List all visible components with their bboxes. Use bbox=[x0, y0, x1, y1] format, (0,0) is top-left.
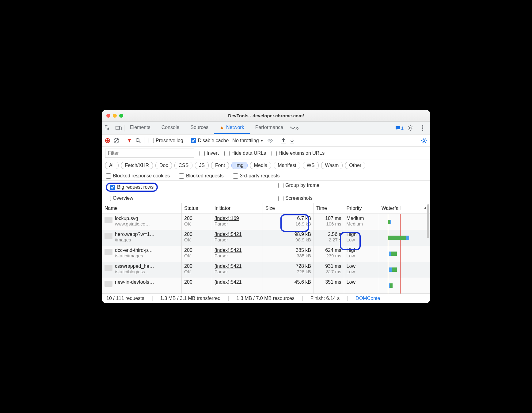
invert-checkbox[interactable]: Invert bbox=[200, 150, 219, 156]
hide-data-urls-checkbox[interactable]: Hide data URLs bbox=[224, 150, 266, 156]
messages-button[interactable]: 1 bbox=[395, 125, 404, 131]
throttling-select[interactable]: No throttling ▼ bbox=[232, 138, 264, 143]
type-chip-css[interactable]: CSS bbox=[174, 162, 192, 169]
screenshots-checkbox[interactable]: Screenshots bbox=[278, 195, 426, 201]
col-priority[interactable]: Priority bbox=[344, 203, 379, 214]
type-filters: AllFetch/XHRDocCSSJSFontImgMediaManifest… bbox=[102, 160, 430, 171]
file-name: csswrapped_he… bbox=[115, 263, 154, 269]
waterfall-cell bbox=[382, 232, 427, 244]
col-size[interactable]: Size bbox=[263, 203, 314, 214]
blocked-requests-checkbox[interactable]: Blocked requests bbox=[179, 173, 224, 179]
type-chip-other[interactable]: Other bbox=[345, 162, 365, 169]
type-chip-fetchxhr[interactable]: Fetch/XHR bbox=[121, 162, 153, 169]
big-request-rows-checkbox[interactable]: Big request rows bbox=[110, 184, 154, 190]
tab-performance[interactable]: Performance bbox=[250, 122, 289, 134]
table-row[interactable]: hero.webp?w=1… /images 200OK (index):542… bbox=[102, 230, 430, 246]
initiator-link[interactable]: (index):5421 bbox=[215, 263, 260, 269]
file-name: lockup.svg bbox=[115, 216, 150, 221]
warning-icon: ▲ bbox=[219, 125, 224, 130]
download-har-icon[interactable] bbox=[290, 138, 294, 143]
table-row[interactable]: new-in-devtools… 200 (index):5421 45.6 k… bbox=[102, 278, 430, 294]
table-row[interactable]: csswrapped_he… /static/blog/css… 200OK (… bbox=[102, 262, 430, 278]
titlebar: DevTools - developer.chrome.com/ bbox=[102, 110, 430, 122]
file-name: dcc-end-third-p… bbox=[115, 248, 153, 253]
file-path: /static/blog/css… bbox=[115, 269, 154, 274]
tab-elements[interactable]: Elements bbox=[124, 122, 156, 134]
file-name: hero.webp?w=1… bbox=[115, 232, 154, 237]
network-settings-icon[interactable] bbox=[421, 138, 427, 144]
options-row-2: Overview Screenshots bbox=[102, 194, 430, 203]
waterfall-cell bbox=[382, 248, 427, 260]
requests-table: Name Status Initiator Size Time Priority… bbox=[102, 203, 430, 294]
table-row[interactable]: dcc-end-third-p… /static/images 200OK (i… bbox=[102, 246, 430, 262]
col-waterfall[interactable]: Waterfall▲ bbox=[379, 203, 430, 214]
hide-extension-urls-checkbox[interactable]: Hide extension URLs bbox=[272, 150, 325, 156]
file-icon bbox=[104, 217, 112, 223]
settings-icon[interactable] bbox=[405, 123, 416, 134]
status-transferred: 1.3 MB / 3.1 MB transferred bbox=[160, 296, 221, 301]
big-request-rows-highlight: Big request rows bbox=[106, 183, 158, 192]
initiator-link[interactable]: (index):5421 bbox=[215, 279, 260, 285]
file-path: /images bbox=[115, 237, 154, 242]
initiator-link[interactable]: (index):5421 bbox=[215, 248, 260, 253]
clear-button[interactable] bbox=[114, 138, 119, 143]
tab-console[interactable]: Console bbox=[156, 122, 185, 134]
disable-cache-checkbox[interactable]: Disable cache bbox=[191, 138, 229, 143]
file-name: new-in-devtools… bbox=[115, 279, 154, 285]
status-domcontent: DOMConte bbox=[355, 296, 380, 301]
type-chip-media[interactable]: Media bbox=[250, 162, 272, 169]
tab-network[interactable]: ▲Network bbox=[214, 122, 250, 134]
panel-tabs: Elements Console Sources ▲Network Perfor… bbox=[102, 122, 430, 135]
status-bar: 10 / 111 requests | 1.3 MB / 3.1 MB tran… bbox=[102, 294, 430, 303]
col-initiator[interactable]: Initiator bbox=[212, 203, 263, 214]
more-tabs-icon[interactable]: » bbox=[289, 123, 300, 134]
search-icon[interactable] bbox=[135, 138, 141, 143]
col-name[interactable]: Name bbox=[102, 203, 182, 214]
device-icon[interactable] bbox=[113, 123, 124, 134]
preserve-log-checkbox[interactable]: Preserve log bbox=[149, 138, 183, 143]
status-requests: 10 / 111 requests bbox=[106, 296, 144, 301]
svg-point-10 bbox=[423, 140, 425, 142]
svg-rect-2 bbox=[120, 127, 121, 130]
initiator-link[interactable]: (index):5421 bbox=[215, 232, 260, 237]
devtools-window: DevTools - developer.chrome.com/ Element… bbox=[102, 110, 430, 303]
waterfall-cell bbox=[382, 263, 427, 276]
svg-point-4 bbox=[409, 127, 411, 129]
filter-row: Invert Hide data URLs Hide extension URL… bbox=[102, 147, 430, 160]
network-toolbar: Preserve log Disable cache No throttling… bbox=[102, 135, 430, 147]
network-conditions-icon[interactable] bbox=[267, 138, 273, 143]
type-chip-wasm[interactable]: Wasm bbox=[321, 162, 343, 169]
type-chip-manifest[interactable]: Manifest bbox=[274, 162, 300, 169]
col-time[interactable]: Time bbox=[314, 203, 344, 214]
status-finish: Finish: 6.14 s bbox=[310, 296, 340, 301]
type-chip-font[interactable]: Font bbox=[211, 162, 229, 169]
record-button[interactable] bbox=[105, 138, 110, 143]
initiator-link[interactable]: (index):169 bbox=[215, 216, 260, 221]
svg-point-5 bbox=[422, 125, 423, 127]
chevron-down-icon: ▼ bbox=[260, 138, 264, 143]
kebab-menu-icon[interactable] bbox=[417, 123, 428, 134]
tab-sources[interactable]: Sources bbox=[185, 122, 214, 134]
filter-input[interactable] bbox=[105, 149, 194, 158]
file-path: www.gstatic.co… bbox=[115, 221, 150, 226]
type-chip-js[interactable]: JS bbox=[195, 162, 209, 169]
blocked-cookies-checkbox[interactable]: Blocked response cookies bbox=[106, 173, 170, 179]
type-chip-all[interactable]: All bbox=[105, 162, 119, 169]
type-chip-ws[interactable]: WS bbox=[303, 162, 319, 169]
table-row[interactable]: lockup.svg www.gstatic.co… 200OK (index)… bbox=[102, 214, 430, 230]
overview-checkbox[interactable]: Overview bbox=[106, 195, 266, 201]
type-chip-img[interactable]: Img bbox=[231, 162, 248, 169]
group-by-frame-checkbox[interactable]: Group by frame bbox=[278, 183, 426, 188]
status-resources: 1.3 MB / 7.0 MB resources bbox=[236, 296, 294, 301]
col-status[interactable]: Status bbox=[182, 203, 212, 214]
type-chip-doc[interactable]: Doc bbox=[155, 162, 172, 169]
upload-har-icon[interactable] bbox=[281, 138, 286, 143]
requests-table-container[interactable]: Name Status Initiator Size Time Priority… bbox=[102, 203, 430, 294]
scrollbar[interactable] bbox=[427, 204, 429, 238]
file-icon bbox=[104, 281, 112, 287]
extra-filters: Blocked response cookies Blocked request… bbox=[102, 171, 430, 181]
inspect-icon[interactable] bbox=[102, 123, 113, 134]
waterfall-cell bbox=[382, 279, 427, 292]
filter-icon[interactable] bbox=[127, 138, 132, 143]
third-party-checkbox[interactable]: 3rd-party requests bbox=[233, 173, 280, 179]
